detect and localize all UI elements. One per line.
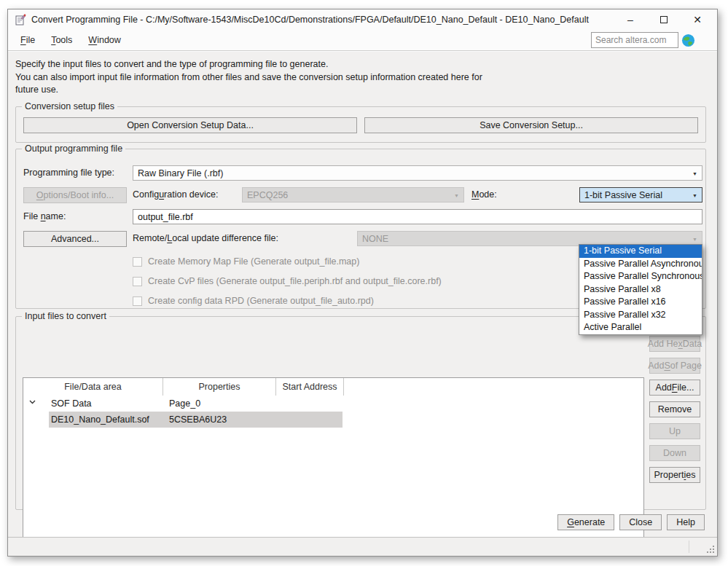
status-bar — [8, 537, 717, 556]
create-memory-map-checkbox[interactable] — [133, 257, 142, 267]
maximize-icon — [660, 16, 668, 23]
save-conversion-setup-button[interactable]: Save Conversion Setup... — [364, 117, 698, 133]
menu-file[interactable]: File — [12, 33, 43, 47]
mode-option[interactable]: Active Parallel — [579, 321, 702, 334]
convert-programming-file-window: Convert Programming File - C:/My/Softwar… — [7, 9, 718, 557]
cell-file-data-area: SOF Data — [51, 398, 92, 409]
mode-label: Mode: — [471, 189, 497, 200]
mode-option[interactable]: 1-bit Passive Serial — [579, 245, 702, 258]
create-cvp-files-label: Create CvP files (Generate output_file.p… — [148, 276, 442, 286]
mode-option[interactable]: Passive Parallel Asynchronous — [579, 258, 702, 271]
mode-option[interactable]: Passive Parallel x8 — [579, 283, 702, 296]
create-cvp-files-checkbox-row: Create CvP files (Generate output_file.p… — [133, 276, 442, 286]
minimize-button[interactable]: – — [622, 12, 638, 27]
dialog-content: Specify the input files to convert and t… — [8, 52, 717, 537]
maximize-button[interactable] — [656, 12, 672, 27]
mode-combobox[interactable]: 1-bit Passive Serial ▼ — [579, 187, 702, 203]
configuration-device-label: Configuration device: — [133, 189, 218, 200]
down-button[interactable]: Down — [649, 445, 700, 461]
open-conversion-setup-button[interactable]: Open Conversion Setup Data... — [23, 117, 357, 133]
close-dialog-button[interactable]: Close — [619, 514, 662, 530]
intro-line-1: Specify the input files to convert and t… — [15, 58, 482, 71]
generate-button[interactable]: Generate — [557, 514, 614, 530]
file-name-label: File name: — [23, 211, 66, 221]
chevron-down-icon: ▼ — [692, 193, 697, 198]
create-config-rpd-checkbox[interactable] — [133, 296, 142, 306]
file-name-input[interactable] — [133, 209, 702, 224]
title-bar: Convert Programming File - C:/My/Softwar… — [8, 9, 717, 30]
conversion-setup-group-label: Conversion setup files — [22, 101, 117, 112]
close-button[interactable]: ✕ — [689, 12, 705, 27]
create-config-rpd-label: Create config data RPD (Generate output_… — [148, 296, 374, 306]
resize-grip[interactable] — [706, 545, 715, 554]
menu-bar: File Tools Window — [8, 30, 717, 51]
cell-file-data-area: DE10_Nano_Default.sof — [51, 414, 149, 425]
cell-properties: 5CSEBA6U23 — [169, 414, 227, 425]
add-sof-page-button[interactable]: Add Sof Page — [649, 358, 700, 374]
options-boot-info-button[interactable]: Options/Boot info... — [23, 187, 127, 203]
status-bar-separator — [689, 541, 689, 553]
remote-local-update-label: Remote/Local update difference file: — [133, 233, 278, 243]
mode-option[interactable]: Passive Parallel Synchronous — [579, 270, 702, 283]
menu-window[interactable]: Window — [80, 33, 128, 47]
programming-file-type-combobox[interactable]: Raw Binary File (.rbf) ▼ — [133, 165, 702, 181]
table-row-sof-data[interactable]: SOF Data Page_0 — [23, 396, 643, 412]
configuration-device-value: EPCQ256 — [247, 190, 288, 200]
column-header-start-address[interactable]: Start Address — [276, 378, 344, 396]
remote-local-update-value: NONE — [362, 234, 388, 244]
remove-button[interactable]: Remove — [649, 401, 700, 417]
column-header-file-data-area[interactable]: File/Data area — [23, 378, 163, 396]
intro-line-2: You can also import input file informati… — [15, 71, 482, 84]
add-hex-data-button[interactable]: Add Hex Data — [649, 336, 700, 352]
chevron-down-icon: ▼ — [692, 171, 697, 176]
create-config-rpd-checkbox-row: Create config data RPD (Generate output_… — [133, 296, 374, 306]
column-header-properties[interactable]: Properties — [163, 378, 276, 396]
expand-chevron-icon[interactable] — [29, 400, 36, 404]
dialog-footer-buttons: Generate Close Help — [557, 514, 705, 530]
chevron-down-icon: ▼ — [692, 237, 697, 242]
output-file-group-label: Output programming file — [22, 144, 125, 154]
search-input[interactable] — [591, 32, 678, 48]
table-row-sof-file[interactable]: DE10_Nano_Default.sof 5CSEBA6U23 — [23, 412, 643, 428]
create-memory-map-label: Create Memory Map File (Generate output_… — [148, 256, 359, 267]
input-files-table[interactable]: File/Data area Properties Start Address … — [23, 377, 644, 545]
add-file-button[interactable]: Add File... — [649, 380, 700, 396]
mode-option[interactable]: Passive Parallel x32 — [579, 309, 702, 322]
mode-dropdown-list: 1-bit Passive Serial Passive Parallel As… — [579, 244, 702, 335]
chevron-down-icon: ▼ — [454, 193, 459, 198]
mode-option[interactable]: Passive Parallel x16 — [579, 296, 702, 309]
programming-file-icon — [15, 14, 26, 25]
programming-file-type-value: Raw Binary File (.rbf) — [138, 168, 223, 178]
create-memory-map-checkbox-row: Create Memory Map File (Generate output_… — [133, 256, 359, 267]
properties-button[interactable]: Properties — [649, 467, 700, 483]
table-header-row: File/Data area Properties Start Address — [23, 378, 643, 396]
globe-icon[interactable] — [681, 34, 695, 47]
advanced-button[interactable]: Advanced... — [23, 231, 127, 247]
window-title: Convert Programming File - C:/My/Softwar… — [31, 15, 589, 25]
menu-tools[interactable]: Tools — [43, 33, 80, 47]
configuration-device-combobox[interactable]: EPCQ256 ▼ — [242, 187, 464, 203]
input-files-group-label: Input files to convert — [22, 311, 109, 322]
cell-properties: Page_0 — [169, 398, 200, 409]
intro-text: Specify the input files to convert and t… — [15, 58, 482, 97]
help-button[interactable]: Help — [667, 514, 705, 530]
up-button[interactable]: Up — [649, 423, 700, 439]
mode-value: 1-bit Passive Serial — [584, 190, 662, 200]
programming-file-type-label: Programming file type: — [23, 168, 114, 178]
intro-line-3: future use. — [15, 84, 482, 97]
conversion-setup-group: Conversion setup files Open Conversion S… — [15, 106, 706, 143]
create-cvp-files-checkbox[interactable] — [133, 277, 142, 286]
